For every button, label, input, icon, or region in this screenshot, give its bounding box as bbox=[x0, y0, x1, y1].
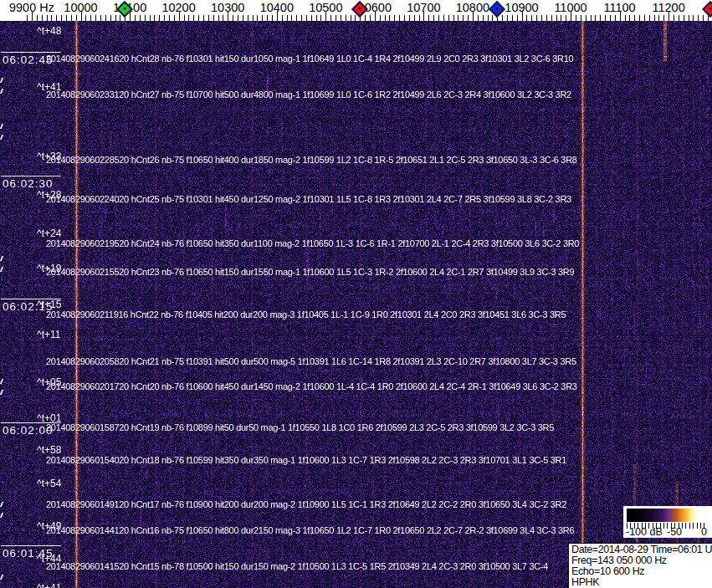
ruler-minor-tick bbox=[257, 15, 258, 21]
ruler-minor-tick bbox=[492, 15, 493, 21]
ruler-minor-tick bbox=[438, 15, 439, 21]
ruler-minor-tick bbox=[193, 15, 194, 21]
ruler-minor-tick bbox=[351, 15, 351, 21]
ruler-minor-tick bbox=[267, 15, 268, 21]
ruler-minor-tick bbox=[561, 15, 561, 21]
frequency-ruler: 9900 Hz100001010010200103001040010500106… bbox=[0, 0, 712, 21]
ruler-minor-tick bbox=[394, 15, 395, 21]
event-data-line: 20140829060233120 hCnt27 nb-75 f10700 hi… bbox=[46, 89, 571, 100]
status-info-box: Date=2014-08-29 Time=06:01 UTC Freq=143 … bbox=[568, 543, 712, 588]
ruler-minor-tick bbox=[689, 15, 689, 21]
ruler-minor-tick bbox=[272, 15, 273, 21]
ruler-minor-tick bbox=[428, 15, 429, 21]
marker-blue[interactable] bbox=[489, 1, 505, 18]
ruler-minor-tick bbox=[169, 15, 170, 21]
ruler-minor-tick bbox=[243, 15, 243, 21]
ruler-minor-tick bbox=[85, 15, 86, 21]
event-data-line: 20140829060205820 hCnt21 nb-75 f10391 hi… bbox=[46, 356, 576, 366]
ruler-minor-tick bbox=[311, 15, 312, 21]
ruler-minor-tick bbox=[355, 15, 356, 21]
ruler-minor-tick bbox=[213, 15, 214, 21]
ruler-tick-label: 10200 bbox=[161, 1, 195, 14]
ruler-minor-tick bbox=[610, 15, 611, 21]
ruler-minor-tick bbox=[419, 15, 420, 21]
ruler-minor-tick bbox=[639, 15, 640, 21]
ruler-minor-tick bbox=[546, 15, 547, 21]
ruler-minor-tick bbox=[159, 15, 160, 21]
ruler-tick-label: 10400 bbox=[260, 1, 294, 14]
marker-blue-dot bbox=[495, 7, 499, 10]
ruler-minor-tick bbox=[76, 15, 77, 21]
event-data-line: 20140829060154020 hCnt18 nb-76 f10599 hi… bbox=[46, 455, 566, 465]
ruler-minor-tick bbox=[282, 15, 283, 21]
ruler-minor-tick bbox=[90, 15, 91, 21]
ruler-minor-tick bbox=[71, 15, 72, 21]
ruler-minor-tick bbox=[591, 15, 592, 21]
ruler-minor-tick bbox=[341, 15, 341, 21]
ruler-minor-tick bbox=[488, 15, 489, 21]
ruler-minor-tick bbox=[174, 15, 175, 21]
ruler-minor-tick bbox=[605, 15, 606, 21]
event-time-offset: ^t+48 bbox=[37, 25, 61, 37]
ruler-minor-tick bbox=[188, 15, 189, 21]
intensity-scale-panel: -100 dB -50 0 bbox=[623, 506, 712, 538]
ruler-minor-tick bbox=[110, 15, 111, 21]
ruler-minor-tick bbox=[551, 15, 552, 21]
ruler-minor-tick bbox=[287, 15, 288, 21]
ruler-minor-tick bbox=[483, 15, 484, 21]
marker-green-dot bbox=[123, 7, 126, 10]
marker-red-dot bbox=[358, 7, 361, 10]
ruler-minor-tick bbox=[443, 15, 444, 21]
ruler-minor-tick bbox=[56, 15, 57, 21]
ruler-tick-label: 10700 bbox=[407, 1, 440, 14]
ruler-tick-label: 10500 bbox=[309, 1, 342, 14]
event-time-offset: ^t+15 bbox=[37, 299, 61, 310]
ruler-minor-tick bbox=[135, 15, 136, 21]
ruler-tick-label: 10300 bbox=[211, 1, 244, 14]
ruler-minor-tick bbox=[526, 15, 527, 21]
event-time-offset: ^t+54 bbox=[37, 478, 61, 489]
ruler-minor-tick bbox=[100, 15, 101, 21]
ruler-minor-tick bbox=[253, 15, 254, 21]
ruler-minor-tick bbox=[517, 15, 518, 21]
event-data-line: 20140829060241620 hCnt28 nb-76 f10301 hi… bbox=[46, 54, 573, 64]
ruler-minor-tick bbox=[42, 15, 43, 21]
ruler-minor-tick bbox=[389, 15, 390, 21]
ruler-minor-tick bbox=[336, 15, 336, 21]
ruler-minor-tick bbox=[512, 15, 513, 21]
ruler-minor-tick bbox=[365, 15, 366, 21]
ruler-minor-tick bbox=[507, 15, 508, 21]
scale-label-mid: -50 bbox=[667, 526, 682, 538]
ruler-minor-tick bbox=[47, 15, 48, 21]
ruler-minor-tick bbox=[566, 15, 566, 21]
ruler-minor-tick bbox=[679, 15, 679, 21]
ruler-minor-tick bbox=[164, 15, 165, 21]
ruler-minor-tick bbox=[658, 15, 659, 21]
ruler-minor-tick bbox=[586, 15, 587, 21]
event-data-line: 20140829060144120 hCnt16 nb-75 f10650 hi… bbox=[46, 525, 574, 535]
ruler-minor-tick bbox=[453, 15, 454, 21]
ruler-minor-tick bbox=[536, 15, 537, 21]
event-data-line: 20140829060219520 hCnt24 nb-76 f10650 hi… bbox=[46, 238, 579, 248]
ruler-minor-tick bbox=[663, 15, 664, 21]
ruler-minor-tick bbox=[433, 15, 434, 21]
ruler-minor-tick bbox=[262, 15, 263, 21]
ruler-minor-tick bbox=[414, 15, 415, 21]
ruler-tick-label: 9900 Hz bbox=[9, 1, 54, 14]
event-data-line: 20140829060224020 hCnt25 nb-75 f10301 hi… bbox=[46, 194, 571, 204]
ruler-minor-tick bbox=[684, 15, 684, 21]
spectrogram-app-window: 9900 Hz100001010010200103001040010500106… bbox=[0, 0, 712, 588]
event-data-line: 20140829060211916 hCnt22 nb-76 f10405 hi… bbox=[46, 309, 566, 320]
ruler-minor-tick bbox=[698, 15, 699, 21]
scale-label-min: -100 dB bbox=[626, 526, 663, 538]
ruler-minor-tick bbox=[693, 15, 694, 21]
time-label: 06:02:30 bbox=[1, 176, 61, 190]
ruler-tick-label: 10000 bbox=[64, 1, 97, 14]
scale-label-max: 0 bbox=[701, 526, 707, 538]
ruler-minor-tick bbox=[649, 15, 650, 21]
ruler-minor-tick bbox=[184, 15, 185, 21]
ruler-minor-tick bbox=[541, 15, 542, 21]
ruler-minor-tick bbox=[61, 15, 62, 21]
ruler-tick-label: 10900 bbox=[505, 1, 538, 14]
ruler-minor-tick bbox=[66, 15, 67, 21]
